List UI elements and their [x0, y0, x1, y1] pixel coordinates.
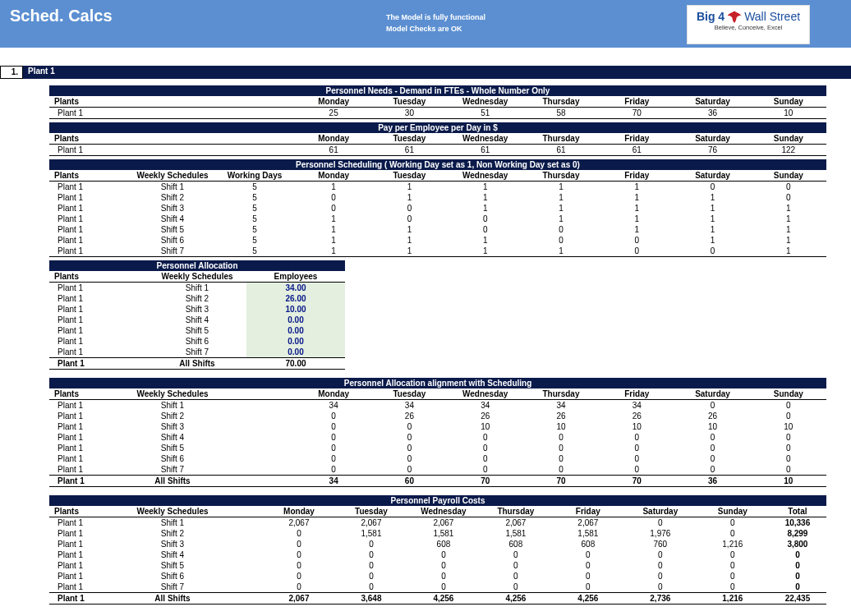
cell-plant: Plant 1	[49, 182, 131, 193]
col-day: Sunday	[751, 96, 826, 108]
cell: 1	[296, 214, 371, 224]
cell: 0	[407, 571, 480, 582]
cell: 0	[335, 571, 407, 582]
cell: 0	[697, 528, 769, 539]
cell: 1	[674, 203, 750, 214]
band-payroll: Personnel Payroll Costs	[49, 495, 826, 506]
cell: 0	[371, 464, 447, 476]
cell: 1	[599, 182, 674, 193]
col-day: Wednesday	[448, 388, 523, 400]
cell: 10	[751, 421, 826, 432]
cell: 26	[599, 411, 674, 421]
cell: 1	[371, 192, 447, 203]
employees-input[interactable]: 0.00	[246, 336, 345, 347]
cell: 2,736	[624, 593, 697, 605]
table-row: Plant 1Shift 2026262626260	[49, 411, 826, 421]
cell: 1	[296, 246, 371, 257]
table-row: Plant 1Shift 400000000	[49, 549, 826, 560]
cell: 1	[371, 246, 447, 257]
cell: 0	[599, 246, 674, 257]
employees-input[interactable]: 0.00	[246, 347, 345, 358]
cell: 70	[599, 476, 674, 487]
employees-input[interactable]: 0.00	[246, 325, 345, 336]
cell: 0	[751, 453, 826, 464]
cell: 0	[335, 560, 407, 571]
cell: 0	[599, 453, 674, 464]
cell-shift: Shift 2	[148, 293, 246, 304]
cell: 0	[751, 464, 826, 476]
cell: 0	[751, 411, 826, 421]
cell-shift: Shift 5	[131, 224, 214, 235]
col-day: Wednesday	[407, 506, 480, 517]
cell-plant: Plant 1	[49, 347, 148, 358]
cell: 0	[371, 432, 447, 443]
band-sched: Personnel Scheduling ( Working Day set a…	[49, 159, 826, 170]
cell-total: 0	[769, 571, 826, 582]
cell-total: 0	[769, 549, 826, 560]
cell: 1	[751, 203, 826, 214]
cell-shift: Shift 1	[131, 400, 214, 411]
table-row: Plant 1Shift 134.00	[49, 283, 345, 294]
cell: 760	[624, 539, 697, 549]
cell: 70	[523, 476, 599, 487]
cell: 0	[263, 560, 335, 571]
table-row: Plant 1Shift 451001111	[49, 214, 826, 224]
cell: 0	[599, 464, 674, 476]
cell: 1,581	[552, 528, 624, 539]
cell-shift: Shift 7	[131, 464, 214, 476]
cell: 1	[448, 192, 523, 203]
cell: 0	[751, 400, 826, 411]
col-day: Sunday	[751, 388, 826, 400]
table-row: Plant 1Shift 700000000	[49, 582, 826, 593]
table-row: Plant 1Shift 50.00	[49, 325, 345, 336]
cell-shift: Shift 5	[131, 560, 214, 571]
cell-plant: Plant 1	[49, 549, 131, 560]
cell-shift: Shift 3	[131, 421, 214, 432]
cell-plant: Plant 1	[49, 593, 131, 605]
col-day: Monday	[296, 96, 371, 108]
col-plants: Plants	[49, 170, 131, 182]
cell-plant: Plant 1	[49, 293, 148, 304]
table-row: Plant 1Shift 60.00	[49, 336, 345, 347]
col-day: Thursday	[523, 96, 599, 108]
table-row: Plant 1Shift 751111001	[49, 246, 826, 257]
cell: 70	[448, 476, 523, 487]
cell-plant: Plant 1	[49, 400, 131, 411]
page-title: Sched. Calcs	[0, 0, 228, 48]
cell: 1	[523, 246, 599, 257]
cell-shift: Shift 6	[131, 571, 214, 582]
employees-input[interactable]: 10.00	[246, 304, 345, 315]
employees-input[interactable]: 34.00	[246, 283, 345, 294]
logo-text-big4: Big 4	[697, 10, 724, 23]
cell-all-shifts: All Shifts	[131, 476, 214, 487]
employees-input[interactable]: 26.00	[246, 293, 345, 304]
cell: 0	[371, 443, 447, 453]
cell: 1	[296, 224, 371, 235]
table-row: Plant 1Shift 350011111	[49, 203, 826, 214]
col-day: Thursday	[480, 506, 552, 517]
col-day: Monday	[296, 170, 371, 182]
cell: 1,581	[407, 528, 480, 539]
cell: 0	[448, 214, 523, 224]
cell-plant: Plant 1	[49, 336, 148, 347]
cell-plant: Plant 1	[49, 539, 131, 549]
cell-plant: Plant 1	[49, 315, 148, 325]
cell: 1	[599, 224, 674, 235]
col-day: Wednesday	[448, 133, 523, 145]
employees-input[interactable]: 0.00	[246, 315, 345, 325]
cell: 10	[599, 421, 674, 432]
pay-table: Pay per Employee per Day in $ Plants Mon…	[49, 122, 826, 156]
cell-shift: Shift 7	[131, 582, 214, 593]
table-row: Plant 1Shift 12,0672,0672,0672,0672,0670…	[49, 517, 826, 529]
cell: 34	[296, 476, 371, 487]
cell: 0	[263, 549, 335, 560]
cell: 0	[296, 411, 371, 421]
cell: 1	[674, 224, 750, 235]
cell: 10	[751, 476, 826, 487]
cell: 1,216	[697, 539, 769, 549]
cell: 0	[624, 517, 697, 529]
col-day: Sunday	[751, 133, 826, 145]
cell-shift: Shift 4	[131, 214, 214, 224]
table-row: Plant 1Shift 600000000	[49, 571, 826, 582]
cell: 1	[674, 192, 750, 203]
